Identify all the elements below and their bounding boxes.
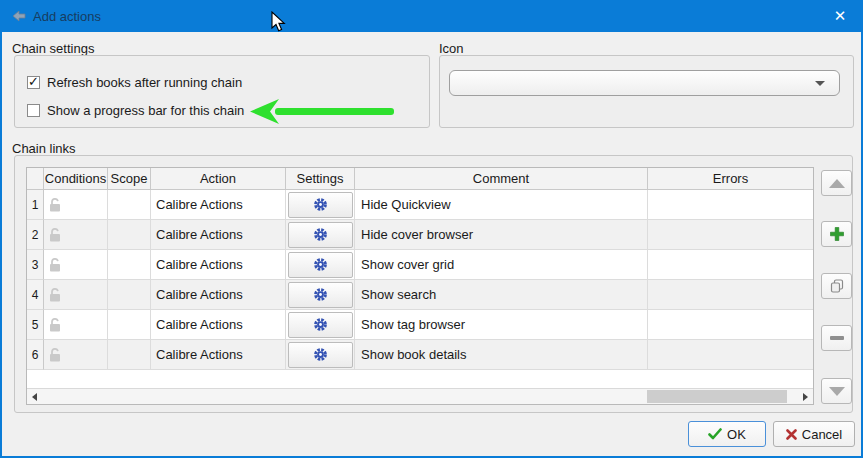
- corner-header-cell: [27, 168, 44, 190]
- annotation-arrow-left: [248, 98, 398, 126]
- scope-cell[interactable]: [108, 310, 151, 340]
- horizontal-scrollbar[interactable]: [27, 388, 813, 404]
- copy-link-button[interactable]: [821, 273, 852, 299]
- row-number-cell: 5: [27, 310, 44, 340]
- checkbox-box[interactable]: [27, 104, 40, 117]
- move-down-button[interactable]: [821, 378, 852, 404]
- checkbox-label: Show a progress bar for this chain: [47, 103, 244, 118]
- column-header-scope[interactable]: Scope: [108, 168, 151, 190]
- conditions-cell[interactable]: [44, 220, 108, 250]
- gear-icon: [313, 257, 328, 272]
- window-title: Add actions: [33, 9, 101, 24]
- row-number-cell: 2: [27, 220, 44, 250]
- check-icon: [708, 428, 722, 440]
- errors-cell[interactable]: [648, 190, 813, 220]
- table-row[interactable]: 5 Calibre Actions Show tag browser: [27, 310, 813, 340]
- scroll-right-icon[interactable]: [798, 389, 813, 404]
- ok-button[interactable]: OK: [688, 421, 766, 447]
- settings-cell: [286, 220, 355, 250]
- action-cell[interactable]: Calibre Actions: [151, 340, 286, 370]
- comment-cell[interactable]: Hide Quickview: [355, 190, 648, 220]
- action-cell[interactable]: Calibre Actions: [151, 310, 286, 340]
- settings-cell: [286, 340, 355, 370]
- column-header-conditions[interactable]: Conditions: [44, 168, 108, 190]
- comment-cell[interactable]: Show search: [355, 280, 648, 310]
- mouse-cursor: [271, 11, 286, 33]
- add-link-button[interactable]: [821, 221, 852, 247]
- table-row[interactable]: 2 Calibre Actions Hide cover browser: [27, 220, 813, 250]
- errors-cell[interactable]: [648, 250, 813, 280]
- unlock-icon: [48, 287, 62, 303]
- errors-cell[interactable]: [648, 310, 813, 340]
- settings-button[interactable]: [288, 222, 353, 248]
- icon-group-label: Icon: [439, 41, 464, 56]
- comment-cell[interactable]: Show cover grid: [355, 250, 648, 280]
- conditions-cell[interactable]: [44, 280, 108, 310]
- errors-cell[interactable]: [648, 340, 813, 370]
- scroll-left-icon[interactable]: [27, 389, 42, 404]
- move-up-button[interactable]: [821, 170, 852, 196]
- conditions-cell[interactable]: [44, 310, 108, 340]
- chain-settings-label: Chain settings: [12, 41, 94, 56]
- close-icon[interactable]: ✕: [817, 0, 863, 32]
- errors-cell[interactable]: [648, 220, 813, 250]
- gear-icon: [313, 317, 328, 332]
- settings-cell: [286, 250, 355, 280]
- conditions-cell[interactable]: [44, 340, 108, 370]
- icon-dropdown[interactable]: [449, 70, 840, 96]
- table-row[interactable]: 4 Calibre Actions Show search: [27, 280, 813, 310]
- checkbox-box[interactable]: ✓: [27, 76, 40, 89]
- row-number-cell: 3: [27, 250, 44, 280]
- column-header-action[interactable]: Action: [151, 168, 286, 190]
- comment-cell[interactable]: Hide cover browser: [355, 220, 648, 250]
- column-header-comment[interactable]: Comment: [355, 168, 648, 190]
- chain-dialog-icon: [11, 9, 27, 23]
- scope-cell[interactable]: [108, 190, 151, 220]
- settings-cell: [286, 310, 355, 340]
- row-number-cell: 4: [27, 280, 44, 310]
- chevron-down-icon: [815, 81, 825, 86]
- action-cell[interactable]: Calibre Actions: [151, 190, 286, 220]
- title-bar[interactable]: Add actions ✕: [0, 0, 863, 32]
- chain-links-label: Chain links: [12, 141, 76, 156]
- comment-cell[interactable]: Show tag browser: [355, 310, 648, 340]
- unlock-icon: [48, 227, 62, 243]
- copy-icon: [829, 278, 845, 294]
- scope-cell[interactable]: [108, 250, 151, 280]
- column-header-settings[interactable]: Settings: [286, 168, 355, 190]
- settings-cell: [286, 280, 355, 310]
- refresh-books-checkbox[interactable]: ✓ Refresh books after running chain: [27, 74, 242, 90]
- settings-button[interactable]: [288, 282, 353, 308]
- scope-cell[interactable]: [108, 280, 151, 310]
- row-number-cell: 6: [27, 340, 44, 370]
- cancel-button-label: Cancel: [802, 427, 842, 442]
- comment-cell[interactable]: Show book details: [355, 340, 648, 370]
- gear-icon: [313, 227, 328, 242]
- table-row[interactable]: 3 Calibre Actions Show cover grid: [27, 250, 813, 280]
- scrollbar-thumb[interactable]: [647, 390, 787, 403]
- column-header-errors[interactable]: Errors: [648, 168, 813, 190]
- settings-button[interactable]: [288, 312, 353, 338]
- cancel-button[interactable]: Cancel: [773, 421, 855, 447]
- settings-button[interactable]: [288, 342, 353, 368]
- scope-cell[interactable]: [108, 220, 151, 250]
- conditions-cell[interactable]: [44, 250, 108, 280]
- gear-icon: [313, 197, 328, 212]
- action-cell[interactable]: Calibre Actions: [151, 220, 286, 250]
- gear-icon: [313, 287, 328, 302]
- errors-cell[interactable]: [648, 280, 813, 310]
- table-row[interactable]: 6 Calibre Actions Show book details: [27, 340, 813, 370]
- plus-icon: [829, 226, 845, 242]
- settings-button[interactable]: [288, 252, 353, 278]
- settings-cell: [286, 190, 355, 220]
- settings-button[interactable]: [288, 192, 353, 218]
- table-row[interactable]: 1 Calibre Actions Hide Quickview: [27, 190, 813, 220]
- action-cell[interactable]: Calibre Actions: [151, 280, 286, 310]
- gear-icon: [313, 347, 328, 362]
- scope-cell[interactable]: [108, 340, 151, 370]
- progress-bar-checkbox[interactable]: Show a progress bar for this chain: [27, 102, 244, 118]
- table-empty-area: [27, 370, 813, 388]
- remove-link-button[interactable]: [821, 325, 852, 351]
- conditions-cell[interactable]: [44, 190, 108, 220]
- action-cell[interactable]: Calibre Actions: [151, 250, 286, 280]
